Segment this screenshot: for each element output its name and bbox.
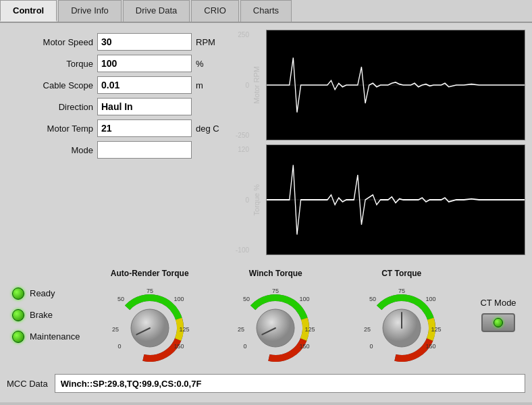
torque-input[interactable]	[97, 55, 192, 72]
cable-scope-label: Cable Scope	[32, 80, 93, 90]
svg-text:25: 25	[112, 326, 119, 333]
svg-text:0: 0	[244, 343, 247, 350]
ct-mode-label: CT Mode	[480, 298, 516, 308]
auto-render-torque-title: Auto-Render Torque	[111, 269, 189, 278]
svg-text:0: 0	[369, 343, 373, 350]
cable-scope-input[interactable]	[97, 76, 192, 94]
cable-scope-unit: m	[196, 80, 223, 90]
led-brake-row: Brake	[12, 309, 53, 321]
direction-row: Direction	[7, 98, 223, 115]
led-section: Ready Brake Maintenance	[7, 288, 80, 343]
led-brake-label: Brake	[30, 310, 53, 320]
ct-mode-button[interactable]	[481, 313, 515, 332]
torque-label: Torque	[32, 59, 93, 69]
svg-text:75: 75	[398, 288, 405, 294]
motor-speed-input[interactable]	[97, 33, 192, 51]
svg-text:125: 125	[179, 326, 189, 333]
chart1-svg	[267, 30, 525, 140]
chart2-y-top: 120	[238, 146, 249, 153]
chart1-y-axis: 250 0 -250	[230, 30, 251, 140]
svg-text:150: 150	[300, 343, 310, 350]
svg-text:150: 150	[425, 343, 435, 350]
svg-text:100: 100	[425, 296, 435, 302]
motor-temp-row: Motor Temp deg C	[7, 119, 223, 137]
winch-torque-gauge: Winch Torque	[213, 269, 339, 362]
svg-text:25: 25	[238, 326, 244, 333]
svg-text:50: 50	[117, 296, 124, 302]
chart1-label: Motor RPM	[251, 65, 266, 105]
svg-text:75: 75	[272, 288, 279, 294]
tab-control[interactable]: Control	[0, 0, 57, 22]
ct-mode-section: CT Mode	[471, 298, 525, 332]
chart1-box	[266, 30, 525, 140]
mode-row: Mode	[7, 141, 223, 159]
svg-text:50: 50	[243, 296, 250, 302]
svg-text:125: 125	[305, 326, 315, 333]
motor-speed-label: Motor Speed	[32, 37, 93, 47]
auto-render-torque-gauge: Auto-Render Torque	[86, 269, 213, 362]
chart2-label: Torque %	[251, 183, 266, 217]
main-content: Motor Speed RPM Torque % Cable Scope m D…	[0, 23, 532, 402]
motor-temp-unit: deg C	[196, 124, 223, 134]
chart2-y-bot: -100	[236, 246, 249, 254]
chart2-box	[266, 144, 525, 255]
mcc-section: MCC Data	[7, 371, 525, 396]
chart2-y-axis: 120 0 -100	[230, 144, 251, 255]
motor-temp-label: Motor Temp	[32, 124, 93, 134]
svg-text:50: 50	[369, 296, 376, 302]
led-brake	[12, 309, 24, 321]
torque-unit: %	[196, 59, 223, 69]
ct-torque-gauge: CT Torque	[338, 269, 464, 362]
mode-input[interactable]	[97, 141, 192, 159]
gauge-section: Ready Brake Maintenance Auto-Render Torq…	[7, 259, 525, 367]
gauges-container: Auto-Render Torque	[86, 269, 464, 362]
led-ready-row: Ready	[12, 288, 55, 300]
svg-text:25: 25	[364, 326, 371, 333]
led-maintenance-label: Maintenance	[30, 331, 80, 342]
svg-text:0: 0	[117, 343, 121, 350]
svg-text:100: 100	[174, 296, 184, 302]
svg-text:100: 100	[300, 296, 310, 302]
chart2-y-mid: 0	[245, 196, 249, 204]
led-maintenance-row: Maintenance	[12, 331, 80, 343]
winch-torque-title: Winch Torque	[249, 269, 302, 278]
svg-text:150: 150	[174, 343, 184, 350]
svg-text:75: 75	[147, 288, 153, 294]
form-section: Motor Speed RPM Torque % Cable Scope m D…	[7, 30, 223, 255]
charts-section: 250 0 -250 Motor RPM	[230, 30, 525, 255]
ct-mode-led	[494, 318, 503, 327]
torque-row: Torque %	[7, 55, 223, 72]
chart1-y-mid: 0	[245, 82, 249, 89]
ct-torque-title: CT Torque	[381, 269, 421, 278]
mcc-label: MCC Data	[7, 379, 48, 389]
auto-render-torque-svg: 0 25 50 75 100 125 150	[106, 281, 194, 362]
tab-drive-data[interactable]: Drive Data	[123, 0, 190, 22]
direction-label: Direction	[32, 102, 93, 112]
top-section: Motor Speed RPM Torque % Cable Scope m D…	[7, 30, 525, 255]
mode-label: Mode	[32, 145, 93, 155]
cable-scope-row: Cable Scope m	[7, 76, 223, 94]
tab-crio[interactable]: CRIO	[191, 0, 239, 22]
chart2-svg	[267, 145, 525, 254]
mcc-value-input[interactable]	[55, 374, 525, 393]
winch-torque-svg: 0 25 50 75 100 125 150	[232, 281, 319, 362]
direction-input[interactable]	[97, 98, 192, 115]
svg-text:125: 125	[431, 326, 441, 333]
ct-torque-svg: 0 25 50 75 100 125 150	[358, 281, 446, 362]
motor-speed-unit: RPM	[196, 37, 223, 47]
led-ready	[12, 288, 24, 300]
motor-speed-row: Motor Speed RPM	[7, 33, 223, 51]
chart1-y-top: 250	[238, 31, 249, 38]
led-ready-label: Ready	[30, 288, 55, 298]
tab-charts[interactable]: Charts	[240, 0, 292, 22]
chart1-y-bot: -250	[236, 132, 249, 139]
led-maintenance	[12, 331, 24, 343]
motor-temp-input[interactable]	[97, 119, 192, 137]
tab-drive-info[interactable]: Drive Info	[58, 0, 122, 22]
tab-bar: Control Drive Info Drive Data CRIO Chart…	[0, 0, 532, 23]
